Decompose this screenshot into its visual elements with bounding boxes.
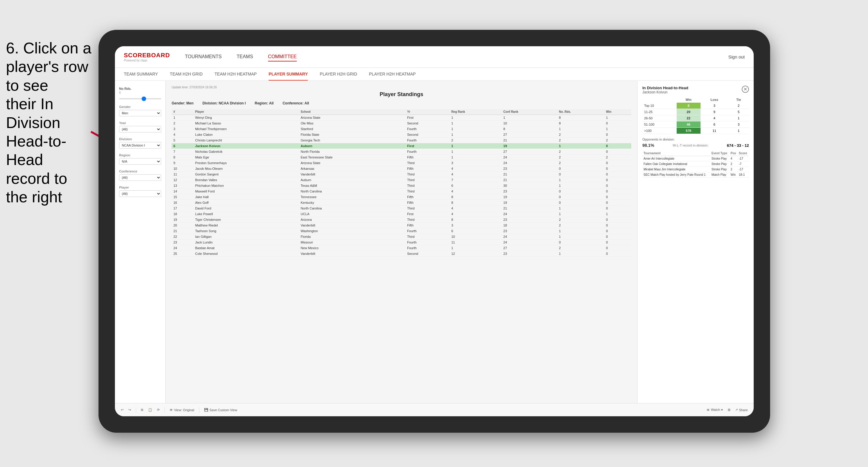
year-select[interactable]: (All) <box>119 126 161 132</box>
table-row[interactable]: 19 Tiger Christensen Arizona Third 8 23 … <box>172 217 631 223</box>
filter-row: Gender: Men Division: NCAA Division I Re… <box>172 101 631 105</box>
table-row[interactable]: 23 Jack Lundin Missouri Fourth 11 24 0 0 <box>172 240 631 245</box>
tour-col-score: Score <box>738 151 749 156</box>
redo-button[interactable]: ↪ <box>128 408 131 412</box>
copy-button[interactable]: ⧉ <box>141 408 143 412</box>
cell-rank: 10 <box>172 166 193 172</box>
cell-win: 2 <box>604 155 631 160</box>
watch-button[interactable]: 👁 Watch ▾ <box>707 408 723 412</box>
cell-rds: 2 <box>557 155 604 160</box>
cell-yr: Third <box>405 234 450 240</box>
tab-player-h2h-heatmap[interactable]: PLAYER H2H HEATMAP <box>369 68 416 81</box>
cell-win: 0 <box>604 206 631 211</box>
cell-rank: 24 <box>172 245 193 251</box>
table-row[interactable]: 12 Brendan Valles Auburn Third 7 21 1 0 <box>172 177 631 183</box>
table-row[interactable]: 2 Michael La Sasso Ole Miss Second 1 10 … <box>172 121 631 126</box>
standings-table: # Player School Yr Reg Rank Conf Rank No… <box>172 109 631 257</box>
refresh-button[interactable]: ⟳ <box>157 408 160 412</box>
cell-conf: 27 <box>501 245 557 251</box>
table-row[interactable]: 18 Luke Powell UCLA First 4 24 1 1 <box>172 211 631 217</box>
table-row[interactable]: 13 Phichakun Maichon Texas A&M Third 6 3… <box>172 183 631 189</box>
table-row[interactable]: 4 Luke Claton Florida State Second 1 27 … <box>172 132 631 137</box>
table-row[interactable]: 20 Matthew Riedel Vanderbilt Fifth 3 18 … <box>172 223 631 228</box>
h2h-range-row: Top 10 8 3 2 <box>642 103 749 109</box>
cell-rank: 3 <box>172 126 193 132</box>
tour-type: Match Play <box>710 172 730 178</box>
cell-rds: 2 <box>557 217 604 223</box>
table-row[interactable]: 16 Alex Goff Kentucky Fifth 8 19 0 0 <box>172 200 631 206</box>
cell-school: UCLA <box>299 211 405 217</box>
view-original-button[interactable]: 👁 View: Original <box>169 408 194 412</box>
cell-player: Wenyi Ding <box>193 115 299 121</box>
table-row[interactable]: 24 Bastian Amat New Mexico Fourth 1 27 2… <box>172 245 631 251</box>
table-row[interactable]: 11 Gordon Sargent Vanderbilt Third 4 21 … <box>172 172 631 177</box>
h2h-tie-cell: 1 <box>728 115 749 121</box>
table-row[interactable]: 25 Cole Sherwood Vanderbilt Second 12 23… <box>172 251 631 257</box>
cell-player: Luke Powell <box>193 211 299 217</box>
table-row[interactable]: 10 Jacob Mou-Olesen Arkansas Fifth 4 23 … <box>172 166 631 172</box>
table-row[interactable]: 22 Ian Gilligan Florida Third 10 24 1 0 <box>172 234 631 240</box>
cell-rds: 1 <box>557 234 604 240</box>
tab-player-h2h-grid[interactable]: PLAYER H2H GRID <box>320 68 357 81</box>
table-row[interactable]: 14 Maxwell Ford North Carolina Third 4 2… <box>172 189 631 194</box>
region-select[interactable]: N/A <box>119 158 161 165</box>
cell-rank: 14 <box>172 189 193 194</box>
cell-rds: 2 <box>557 223 604 228</box>
no-rds-section: No Rds. 6 <box>119 87 161 100</box>
paste-button[interactable]: 📋 <box>148 408 152 412</box>
sign-out-button[interactable]: Sign out <box>728 54 745 59</box>
toolbar-sep-3 <box>199 407 199 413</box>
cell-rank: 6 <box>172 143 193 149</box>
cell-conf: 24 <box>501 234 557 240</box>
cell-school: Vanderbilt <box>299 251 405 257</box>
undo-button[interactable]: ↩ <box>121 408 124 412</box>
cell-rds: 1 <box>557 143 604 149</box>
table-row[interactable]: 15 Jake Hall Tennessee Fifth 8 19 0 0 <box>172 194 631 200</box>
cell-win: 1 <box>604 211 631 217</box>
table-row[interactable]: 7 Nicholas Gabrelcik North Florida Fourt… <box>172 149 631 155</box>
save-custom-button[interactable]: 💾 Save Custom View <box>204 408 237 412</box>
cell-rds: 1 <box>557 206 604 211</box>
cell-conf: 23 <box>501 251 557 257</box>
table-row[interactable]: 9 Preston Summerhays Arizona State Third… <box>172 160 631 166</box>
table-row[interactable]: 3 Michael Thorbjornsen Stanford Fourth 1… <box>172 126 631 132</box>
table-row[interactable]: 5 Christo Lamprecht Georgia Tech Fourth … <box>172 137 631 143</box>
cell-rank: 4 <box>172 132 193 137</box>
tab-team-h2h-grid[interactable]: TEAM H2H GRID <box>170 68 203 81</box>
tour-score: -17 <box>738 167 749 172</box>
cell-player: Bastian Amat <box>193 245 299 251</box>
division-select[interactable]: NCAA Division I <box>119 142 161 149</box>
h2h-record-value: 674 - 33 - 12 <box>727 143 749 148</box>
nav-tournaments[interactable]: TOURNAMENTS <box>185 53 221 61</box>
tab-team-summary[interactable]: TEAM SUMMARY <box>124 68 158 81</box>
h2h-close-button[interactable]: ✕ <box>742 86 749 93</box>
cell-conf: 8 <box>501 126 557 132</box>
nav-teams[interactable]: TEAMS <box>237 53 253 61</box>
h2h-record-label: W-L-T record in-division: <box>673 144 708 147</box>
toolbar-sep-1 <box>136 407 136 413</box>
table-row[interactable]: 21 Taehoon Song Washington Fourth 6 23 1… <box>172 228 631 234</box>
cell-rank: 25 <box>172 251 193 257</box>
table-row[interactable]: 17 David Ford North Carolina Third 4 21 … <box>172 206 631 211</box>
cell-conf: 21 <box>501 206 557 211</box>
player-select[interactable]: (All) <box>119 190 161 197</box>
tab-team-h2h-heatmap[interactable]: TEAM H2H HEATMAP <box>215 68 257 81</box>
share-button[interactable]: ↗ Share <box>735 408 748 412</box>
table-row[interactable]: 1 Wenyi Ding Arizona State First 1 1 8 1 <box>172 115 631 121</box>
tab-player-summary[interactable]: PLAYER SUMMARY <box>269 68 308 81</box>
gender-select[interactable]: Men Women <box>119 110 161 116</box>
cell-conf: 27 <box>501 149 557 155</box>
tournament-row: Amer Ari Intercollegiate Stroke Play 4 -… <box>642 156 749 161</box>
cell-win: 0 <box>604 189 631 194</box>
conference-select[interactable]: (All) <box>119 174 161 181</box>
cell-school: Arizona <box>299 217 405 223</box>
cell-conf: 23 <box>501 217 557 223</box>
table-row[interactable]: 8 Mats Ege East Tennessee State Fifth 1 … <box>172 155 631 160</box>
no-rds-slider[interactable] <box>119 98 161 99</box>
layout-button[interactable]: ⊞ <box>728 408 731 412</box>
nav-committee[interactable]: COMMITTEE <box>268 53 297 61</box>
cell-win: 0 <box>604 240 631 245</box>
table-row[interactable]: 6 Jackson Koivun Auburn First 1 19 1 0 <box>172 143 631 149</box>
cell-player: Jake Hall <box>193 194 299 200</box>
cell-rank: 22 <box>172 234 193 240</box>
